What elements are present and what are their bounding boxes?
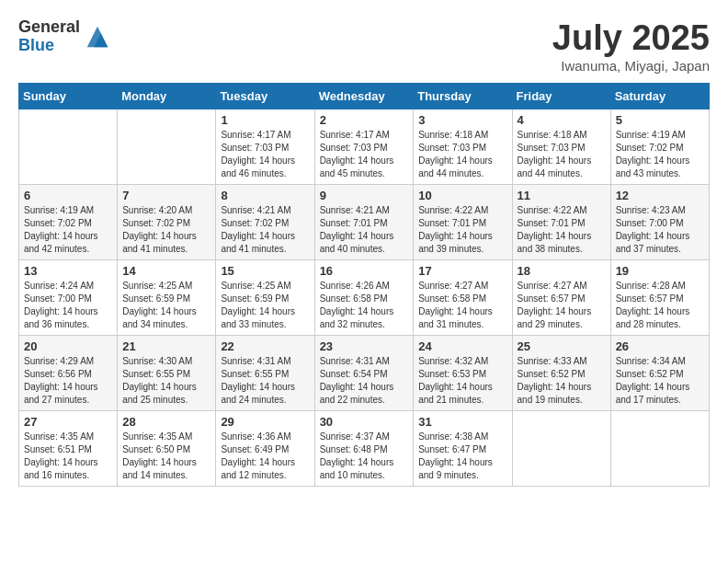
day-number: 8 bbox=[221, 189, 309, 202]
day-info: Sunrise: 4:21 AM Sunset: 7:02 PM Dayligh… bbox=[221, 204, 309, 256]
day-number: 20 bbox=[24, 339, 112, 353]
day-cell bbox=[610, 411, 709, 487]
calendar-table: SundayMondayTuesdayWednesdayThursdayFrid… bbox=[18, 83, 710, 487]
day-cell: 23Sunrise: 4:31 AM Sunset: 6:54 PM Dayli… bbox=[314, 336, 414, 411]
day-number: 14 bbox=[122, 264, 210, 278]
day-cell: 19Sunrise: 4:28 AM Sunset: 6:57 PM Dayli… bbox=[610, 260, 709, 336]
day-number: 18 bbox=[518, 264, 606, 278]
day-info: Sunrise: 4:35 AM Sunset: 6:50 PM Dayligh… bbox=[122, 431, 210, 482]
page-header: General Blue July 2025 Iwanuma, Miyagi, … bbox=[18, 18, 710, 74]
day-number: 9 bbox=[320, 189, 409, 202]
day-info: Sunrise: 4:24 AM Sunset: 7:00 PM Dayligh… bbox=[24, 280, 112, 331]
day-number: 11 bbox=[518, 189, 606, 202]
day-cell: 5Sunrise: 4:19 AM Sunset: 7:02 PM Daylig… bbox=[610, 109, 709, 185]
day-info: Sunrise: 4:30 AM Sunset: 6:55 PM Dayligh… bbox=[122, 355, 210, 407]
day-number: 1 bbox=[221, 113, 309, 127]
day-number: 10 bbox=[418, 189, 506, 202]
day-info: Sunrise: 4:19 AM Sunset: 7:02 PM Dayligh… bbox=[24, 204, 112, 256]
day-number: 28 bbox=[122, 415, 210, 429]
day-number: 6 bbox=[24, 189, 112, 202]
day-info: Sunrise: 4:27 AM Sunset: 6:57 PM Dayligh… bbox=[518, 280, 606, 331]
header-day-friday: Friday bbox=[512, 84, 610, 109]
day-info: Sunrise: 4:20 AM Sunset: 7:02 PM Dayligh… bbox=[122, 204, 210, 256]
day-info: Sunrise: 4:36 AM Sunset: 6:49 PM Dayligh… bbox=[221, 431, 309, 482]
day-number: 2 bbox=[320, 113, 409, 127]
day-cell: 25Sunrise: 4:33 AM Sunset: 6:52 PM Dayli… bbox=[512, 336, 610, 411]
day-info: Sunrise: 4:18 AM Sunset: 7:03 PM Dayligh… bbox=[518, 129, 606, 180]
week-row-3: 13Sunrise: 4:24 AM Sunset: 7:00 PM Dayli… bbox=[19, 260, 710, 336]
day-cell: 11Sunrise: 4:22 AM Sunset: 7:01 PM Dayli… bbox=[512, 185, 610, 260]
day-cell: 26Sunrise: 4:34 AM Sunset: 6:52 PM Dayli… bbox=[610, 336, 709, 411]
header-row: SundayMondayTuesdayWednesdayThursdayFrid… bbox=[19, 84, 710, 109]
day-cell: 14Sunrise: 4:25 AM Sunset: 6:59 PM Dayli… bbox=[118, 260, 216, 336]
day-info: Sunrise: 4:31 AM Sunset: 6:54 PM Dayligh… bbox=[320, 355, 409, 407]
calendar-header: SundayMondayTuesdayWednesdayThursdayFrid… bbox=[19, 84, 710, 109]
day-cell: 8Sunrise: 4:21 AM Sunset: 7:02 PM Daylig… bbox=[216, 185, 314, 260]
day-info: Sunrise: 4:23 AM Sunset: 7:00 PM Dayligh… bbox=[616, 204, 704, 256]
header-day-saturday: Saturday bbox=[610, 84, 709, 109]
day-info: Sunrise: 4:21 AM Sunset: 7:01 PM Dayligh… bbox=[320, 204, 409, 256]
day-number: 22 bbox=[221, 339, 309, 353]
day-info: Sunrise: 4:37 AM Sunset: 6:48 PM Dayligh… bbox=[320, 431, 409, 482]
day-info: Sunrise: 4:19 AM Sunset: 7:02 PM Dayligh… bbox=[616, 129, 704, 180]
day-cell: 31Sunrise: 4:38 AM Sunset: 6:47 PM Dayli… bbox=[414, 411, 512, 487]
day-info: Sunrise: 4:26 AM Sunset: 6:58 PM Dayligh… bbox=[320, 280, 409, 331]
day-number: 17 bbox=[418, 264, 506, 278]
day-number: 16 bbox=[320, 264, 409, 278]
day-cell: 20Sunrise: 4:29 AM Sunset: 6:56 PM Dayli… bbox=[19, 336, 118, 411]
day-cell: 16Sunrise: 4:26 AM Sunset: 6:58 PM Dayli… bbox=[314, 260, 414, 336]
day-number: 30 bbox=[320, 415, 409, 429]
day-number: 4 bbox=[518, 113, 606, 127]
day-cell: 6Sunrise: 4:19 AM Sunset: 7:02 PM Daylig… bbox=[19, 185, 118, 260]
day-number: 31 bbox=[418, 415, 506, 429]
day-cell: 10Sunrise: 4:22 AM Sunset: 7:01 PM Dayli… bbox=[414, 185, 512, 260]
day-cell: 2Sunrise: 4:17 AM Sunset: 7:03 PM Daylig… bbox=[314, 109, 414, 185]
day-number: 19 bbox=[616, 264, 704, 278]
day-info: Sunrise: 4:34 AM Sunset: 6:52 PM Dayligh… bbox=[616, 355, 704, 407]
day-number: 25 bbox=[518, 339, 606, 353]
header-day-monday: Monday bbox=[118, 84, 216, 109]
week-row-2: 6Sunrise: 4:19 AM Sunset: 7:02 PM Daylig… bbox=[19, 185, 710, 260]
header-day-sunday: Sunday bbox=[19, 84, 118, 109]
day-cell: 18Sunrise: 4:27 AM Sunset: 6:57 PM Dayli… bbox=[512, 260, 610, 336]
day-info: Sunrise: 4:32 AM Sunset: 6:53 PM Dayligh… bbox=[418, 355, 506, 407]
day-cell: 7Sunrise: 4:20 AM Sunset: 7:02 PM Daylig… bbox=[118, 185, 216, 260]
day-info: Sunrise: 4:17 AM Sunset: 7:03 PM Dayligh… bbox=[320, 129, 409, 180]
day-info: Sunrise: 4:29 AM Sunset: 6:56 PM Dayligh… bbox=[24, 355, 112, 407]
header-day-tuesday: Tuesday bbox=[216, 84, 314, 109]
day-info: Sunrise: 4:35 AM Sunset: 6:51 PM Dayligh… bbox=[24, 431, 112, 482]
day-cell: 24Sunrise: 4:32 AM Sunset: 6:53 PM Dayli… bbox=[414, 336, 512, 411]
day-info: Sunrise: 4:22 AM Sunset: 7:01 PM Dayligh… bbox=[518, 204, 606, 256]
day-info: Sunrise: 4:25 AM Sunset: 6:59 PM Dayligh… bbox=[122, 280, 210, 331]
day-number: 26 bbox=[616, 339, 704, 353]
logo-icon bbox=[84, 23, 111, 51]
week-row-1: 1Sunrise: 4:17 AM Sunset: 7:03 PM Daylig… bbox=[19, 109, 710, 185]
day-cell: 9Sunrise: 4:21 AM Sunset: 7:01 PM Daylig… bbox=[314, 185, 414, 260]
day-number: 23 bbox=[320, 339, 409, 353]
day-cell bbox=[19, 109, 118, 185]
day-number: 29 bbox=[221, 415, 309, 429]
day-cell: 1Sunrise: 4:17 AM Sunset: 7:03 PM Daylig… bbox=[216, 109, 314, 185]
day-cell: 29Sunrise: 4:36 AM Sunset: 6:49 PM Dayli… bbox=[216, 411, 314, 487]
day-cell: 12Sunrise: 4:23 AM Sunset: 7:00 PM Dayli… bbox=[610, 185, 709, 260]
logo-general: General bbox=[18, 18, 80, 37]
day-number: 21 bbox=[122, 339, 210, 353]
title-block: July 2025 Iwanuma, Miyagi, Japan bbox=[552, 18, 710, 74]
logo: General Blue bbox=[18, 18, 111, 55]
day-info: Sunrise: 4:33 AM Sunset: 6:52 PM Dayligh… bbox=[518, 355, 606, 407]
day-number: 27 bbox=[24, 415, 112, 429]
day-number: 3 bbox=[418, 113, 506, 127]
day-number: 24 bbox=[418, 339, 506, 353]
day-info: Sunrise: 4:27 AM Sunset: 6:58 PM Dayligh… bbox=[418, 280, 506, 331]
day-number: 7 bbox=[122, 189, 210, 202]
day-info: Sunrise: 4:18 AM Sunset: 7:03 PM Dayligh… bbox=[418, 129, 506, 180]
day-cell: 17Sunrise: 4:27 AM Sunset: 6:58 PM Dayli… bbox=[414, 260, 512, 336]
day-cell: 3Sunrise: 4:18 AM Sunset: 7:03 PM Daylig… bbox=[414, 109, 512, 185]
day-info: Sunrise: 4:38 AM Sunset: 6:47 PM Dayligh… bbox=[418, 431, 506, 482]
location: Iwanuma, Miyagi, Japan bbox=[552, 58, 710, 74]
day-info: Sunrise: 4:25 AM Sunset: 6:59 PM Dayligh… bbox=[221, 280, 309, 331]
header-day-wednesday: Wednesday bbox=[314, 84, 414, 109]
logo-blue: Blue bbox=[18, 37, 80, 55]
day-cell: 30Sunrise: 4:37 AM Sunset: 6:48 PM Dayli… bbox=[314, 411, 414, 487]
day-info: Sunrise: 4:17 AM Sunset: 7:03 PM Dayligh… bbox=[221, 129, 309, 180]
